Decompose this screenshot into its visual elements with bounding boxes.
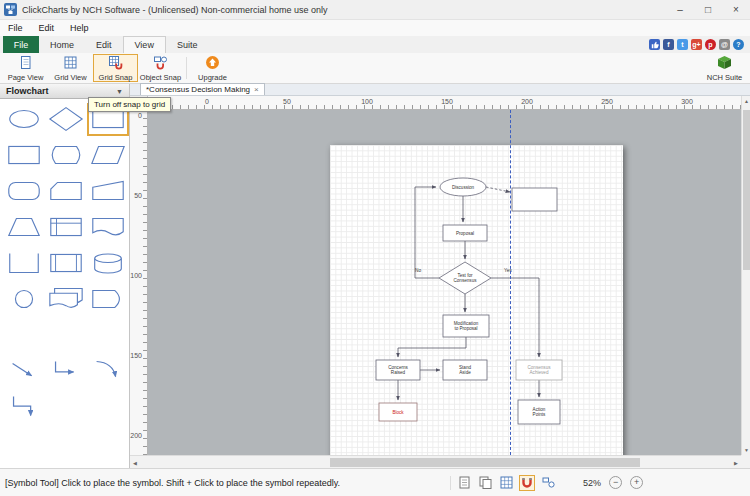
palette-title: Flowchart xyxy=(6,86,49,96)
palette-shape-manual-operation[interactable] xyxy=(3,211,45,244)
page-view-button[interactable]: Page View xyxy=(3,54,48,82)
menu-edit[interactable]: Edit xyxy=(31,23,63,33)
facebook-icon[interactable]: f xyxy=(663,39,674,50)
palette-shape-container[interactable] xyxy=(3,247,45,280)
window-title: ClickCharts by NCH Software - (Unlicense… xyxy=(22,5,328,15)
flow-node-discussion[interactable]: Discussion xyxy=(440,178,486,196)
palette-shape-decision[interactable] xyxy=(45,103,87,136)
horizontal-ruler: 050100150200250300 xyxy=(148,96,741,110)
ruler-h-label: 150 xyxy=(441,98,453,105)
page-view-label: Page View xyxy=(8,73,44,82)
palette-shape-s-elbow-arrow[interactable] xyxy=(3,391,45,424)
document-tab-bar: *Consensus Decision Making × xyxy=(130,84,750,96)
upgrade-icon xyxy=(205,55,220,72)
zoom-in-button[interactable]: + xyxy=(630,476,643,489)
object-snap-button[interactable]: Object Snap xyxy=(138,54,183,82)
grid-view-button[interactable]: Grid View xyxy=(48,54,93,82)
statusbar-separator xyxy=(450,476,451,490)
flow-node-action-points[interactable]: ActionPoints xyxy=(518,400,560,424)
nch-suite-icon xyxy=(717,55,732,72)
maximize-button[interactable]: □ xyxy=(694,0,722,19)
palette-shape-connector[interactable] xyxy=(3,283,45,316)
ruler-h-label: 250 xyxy=(601,98,613,105)
tab-edit[interactable]: Edit xyxy=(85,36,123,53)
multi-page-icon[interactable] xyxy=(477,475,493,491)
palette-shape-document[interactable] xyxy=(87,211,129,244)
twitter-icon[interactable]: t xyxy=(677,39,688,50)
palette-shape-delay[interactable] xyxy=(87,283,129,316)
document-tab[interactable]: *Consensus Decision Making × xyxy=(140,83,265,95)
flow-node-test-for-consensus[interactable]: Test forConsensus xyxy=(439,262,491,294)
flow-node-concerns-raised[interactable]: ConcernsRaised xyxy=(376,360,420,380)
tab-close-icon[interactable]: × xyxy=(254,85,259,94)
page-layout-icon[interactable] xyxy=(456,475,472,491)
pinterest-icon[interactable]: p xyxy=(705,39,716,50)
tab-suite[interactable]: Suite xyxy=(166,36,209,53)
ruler-v-label: 0 xyxy=(138,112,142,119)
palette-shape-line-arrow[interactable] xyxy=(3,355,45,388)
thumbs-up-icon[interactable] xyxy=(649,39,660,50)
scroll-up-icon[interactable]: ▲ xyxy=(742,96,750,106)
tooltip: Turn off snap to grid xyxy=(88,97,171,112)
menu-help[interactable]: Help xyxy=(62,23,97,33)
flow-node-stand-aside[interactable]: StandAside xyxy=(443,360,487,380)
tab-home[interactable]: Home xyxy=(39,36,85,53)
zoom-controls: 52% − + xyxy=(583,469,643,496)
grid-snap-button[interactable]: Grid Snap xyxy=(93,54,138,82)
palette-shape-curve-arrow[interactable] xyxy=(87,355,129,388)
flow-node-proposal[interactable]: Proposal xyxy=(443,225,487,241)
flow-node-consensus-achieved[interactable]: ConsensusAchieved xyxy=(516,360,562,380)
tab-view[interactable]: View xyxy=(123,36,166,53)
palette-shape-card[interactable] xyxy=(45,175,87,208)
zoom-out-button[interactable]: − xyxy=(609,476,622,489)
palette-shape-display[interactable] xyxy=(45,139,87,172)
drawing-canvas[interactable]: No Yes DiscussionProposalTest forConsens… xyxy=(148,110,741,455)
palette-shape-punched-card[interactable] xyxy=(87,175,129,208)
flow-node-note-box[interactable] xyxy=(512,188,557,211)
social-links: f t g+ p @ ? xyxy=(649,36,750,53)
palette-shape-terminator[interactable] xyxy=(3,103,45,136)
object-snap-status-icon[interactable] xyxy=(540,475,556,491)
scrollbar-corner xyxy=(741,455,750,468)
document-page[interactable]: No Yes DiscussionProposalTest forConsens… xyxy=(330,145,623,455)
tab-file[interactable]: File xyxy=(3,36,39,53)
svg-text:Discussion: Discussion xyxy=(452,185,475,190)
google-plus-icon[interactable]: g+ xyxy=(691,39,702,50)
nch-suite-button[interactable]: NCH Suite xyxy=(702,54,747,82)
grid-snap-label: Grid Snap xyxy=(99,73,133,82)
palette-shape-rounded-rectangle[interactable] xyxy=(3,175,45,208)
vertical-scroll-thumb[interactable] xyxy=(743,110,750,270)
zoom-level: 52% xyxy=(583,478,601,488)
horizontal-scroll-thumb[interactable] xyxy=(330,458,640,467)
ruler-h-label: 50 xyxy=(283,98,291,105)
grid-toggle-icon[interactable] xyxy=(498,475,514,491)
flowchart-drawing[interactable]: No Yes DiscussionProposalTest forConsens… xyxy=(330,145,623,455)
menu-file[interactable]: File xyxy=(0,23,31,33)
upgrade-button[interactable]: Upgrade xyxy=(190,54,235,82)
scroll-down-icon[interactable]: ▼ xyxy=(742,445,750,455)
vertical-scrollbar[interactable]: ▲ ▼ xyxy=(741,96,750,455)
ruler-h-label: 200 xyxy=(521,98,533,105)
palette-shape-predefined-process[interactable] xyxy=(45,247,87,280)
horizontal-scrollbar[interactable]: ◀ ▶ xyxy=(130,455,741,468)
palette-shape-database[interactable] xyxy=(87,247,129,280)
shape-palette xyxy=(0,99,130,468)
flow-node-modification-to-proposal[interactable]: Modificationto Proposal xyxy=(443,315,489,337)
flow-node-block[interactable]: Block xyxy=(379,403,417,421)
help-icon[interactable]: ? xyxy=(733,39,744,50)
tooltip-text: Turn off snap to grid xyxy=(94,100,165,109)
email-icon[interactable]: @ xyxy=(719,39,730,50)
ruler-h-label: 300 xyxy=(681,98,693,105)
palette-shape-rectangle[interactable] xyxy=(3,139,45,172)
grid-snap-status-icon[interactable] xyxy=(519,475,535,491)
minimize-button[interactable]: – xyxy=(666,0,694,19)
object-snap-icon xyxy=(153,55,168,72)
close-button[interactable]: × xyxy=(722,0,750,19)
svg-text:ConsensusAchieved: ConsensusAchieved xyxy=(528,365,552,375)
palette-shape-internal-storage[interactable] xyxy=(45,211,87,244)
window-controls: – □ × xyxy=(666,0,750,19)
palette-shape-data[interactable] xyxy=(87,139,129,172)
app-logo-icon xyxy=(4,3,17,16)
palette-shape-multi-document[interactable] xyxy=(45,283,87,316)
palette-shape-elbow-arrow[interactable] xyxy=(45,355,87,388)
